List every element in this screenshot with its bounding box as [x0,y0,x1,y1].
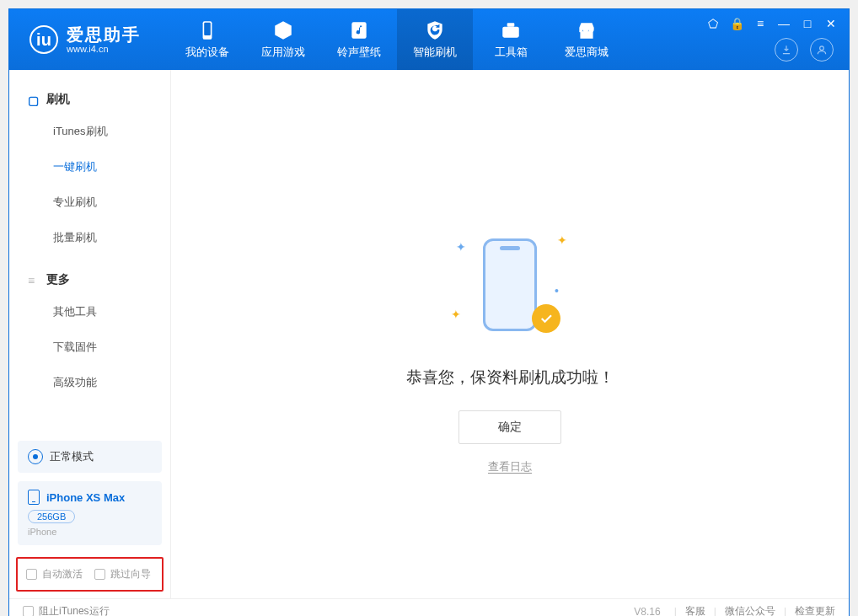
brand-logo-icon: iu [29,25,58,54]
device-type: iPhone [28,527,152,537]
success-message: 恭喜您，保资料刷机成功啦！ [406,367,614,388]
sparkle-icon: ✦ [456,240,466,254]
lock-icon[interactable]: 🔒 [729,16,744,31]
window-controls: ⬠ 🔒 ≡ — □ ✕ [705,16,839,31]
sidebar-item-oneclick-flash[interactable]: 一键刷机 [9,149,170,185]
tab-smart-flash[interactable]: 智能刷机 [397,9,473,70]
svg-rect-5 [580,31,593,39]
tab-my-device[interactable]: 我的设备 [169,9,245,70]
checkbox-icon [23,606,34,616]
tab-label: 工具箱 [495,45,528,60]
separator: | [784,606,786,617]
tab-label: 铃声壁纸 [337,45,381,60]
success-check-icon [532,304,560,333]
tab-store[interactable]: 爱思商城 [549,9,625,70]
tab-label: 应用游戏 [261,45,305,60]
success-illustration: ✦ ✦ ✦ • [451,230,569,340]
checkbox-label: 自动激活 [42,567,83,581]
sidebar-item-download-firmware[interactable]: 下载固件 [9,329,170,365]
device-info-box[interactable]: iPhone XS Max 256GB iPhone [18,481,162,545]
footer-link-support[interactable]: 客服 [685,604,705,616]
version-label: V8.16 [634,606,660,617]
app-window: iu 爱思助手 www.i4.cn 我的设备 应用游戏 铃声壁纸 智能刷机 [8,8,850,616]
main-content: ✦ ✦ ✦ • 恭喜您，保资料刷机成功啦！ 确定 查看日志 [171,70,849,598]
shield-refresh-icon [424,19,446,41]
checkbox-label: 阻止iTunes运行 [39,604,110,616]
main-tabs: 我的设备 应用游戏 铃声壁纸 智能刷机 工具箱 爱思商城 [169,9,625,70]
shirt-icon[interactable]: ⬠ [705,16,721,31]
device-mode-box[interactable]: 正常模式 [18,441,162,473]
header-action-circles [775,38,834,62]
separator: | [674,606,677,617]
close-button[interactable]: ✕ [823,16,839,31]
cube-icon [272,19,294,41]
view-log-link[interactable]: 查看日志 [488,459,532,474]
checkbox-icon [26,569,37,580]
tab-label: 智能刷机 [413,45,457,60]
svg-rect-1 [204,23,211,35]
tab-ringtones-wallpapers[interactable]: 铃声壁纸 [321,9,397,70]
download-icon[interactable] [775,38,798,62]
brand: iu 爱思助手 www.i4.cn [9,25,169,54]
sidebar: ▢ 刷机 iTunes刷机 一键刷机 专业刷机 批量刷机 ≡ 更多 其他工具 下… [9,70,171,598]
sparkle-icon: • [555,284,559,297]
sidebar-group-title: 更多 [46,272,70,287]
device-icon: ▢ [28,94,40,105]
sidebar-group-title: 刷机 [46,92,70,107]
sidebar-group-flash: ▢ 刷机 [9,85,170,114]
checkbox-label: 跳过向导 [110,567,151,581]
minimize-button[interactable]: — [776,16,791,31]
mode-indicator-icon [28,449,43,464]
tab-apps-games[interactable]: 应用游戏 [245,9,321,70]
body: ▢ 刷机 iTunes刷机 一键刷机 专业刷机 批量刷机 ≡ 更多 其他工具 下… [9,70,849,598]
svg-rect-3 [502,27,519,38]
sidebar-group-more: ≡ 更多 [9,265,170,294]
brand-title: 爱思助手 [67,25,141,44]
sidebar-item-itunes-flash[interactable]: iTunes刷机 [9,114,170,149]
phone-icon [196,19,218,41]
sidebar-item-pro-flash[interactable]: 专业刷机 [9,185,170,220]
phone-outline-icon [483,238,537,331]
sidebar-item-advanced[interactable]: 高级功能 [9,365,170,400]
device-capacity: 256GB [28,510,75,523]
list-icon: ≡ [28,274,40,286]
header: iu 爱思助手 www.i4.cn 我的设备 应用游戏 铃声壁纸 智能刷机 [9,9,849,70]
user-icon[interactable] [810,38,834,62]
checkbox-skip-guide[interactable]: 跳过向导 [94,567,151,581]
device-mode-label: 正常模式 [50,449,94,464]
svg-rect-4 [507,23,515,26]
store-icon [576,19,598,41]
footer-right: V8.16 | 客服 | 微信公众号 | 检查更新 [634,604,835,616]
checkbox-auto-activate[interactable]: 自动激活 [26,567,83,581]
sidebar-device-block: 正常模式 iPhone XS Max 256GB iPhone [9,434,170,552]
sidebar-bottom-options: 自动激活 跳过向导 [16,557,164,592]
device-phone-icon [28,490,40,505]
sidebar-item-batch-flash[interactable]: 批量刷机 [9,220,170,255]
ok-button[interactable]: 确定 [458,410,561,444]
device-name: iPhone XS Max [46,491,125,504]
sparkle-icon: ✦ [557,233,567,247]
footer-link-update[interactable]: 检查更新 [795,604,835,616]
toolbox-icon [500,19,522,41]
music-note-icon [348,19,370,41]
maximize-button[interactable]: □ [800,16,815,31]
sidebar-item-other-tools[interactable]: 其他工具 [9,294,170,329]
separator: | [714,606,716,617]
tab-label: 我的设备 [185,45,229,60]
tab-toolbox[interactable]: 工具箱 [473,9,549,70]
footer-link-wechat[interactable]: 微信公众号 [725,604,775,616]
brand-url: www.i4.cn [67,44,141,54]
checkbox-block-itunes[interactable]: 阻止iTunes运行 [23,604,110,616]
menu-icon[interactable]: ≡ [753,16,768,31]
sparkle-icon: ✦ [451,308,461,321]
checkbox-icon [94,569,105,580]
footer: 阻止iTunes运行 V8.16 | 客服 | 微信公众号 | 检查更新 [9,598,849,616]
svg-point-6 [820,46,824,51]
tab-label: 爱思商城 [565,45,609,60]
